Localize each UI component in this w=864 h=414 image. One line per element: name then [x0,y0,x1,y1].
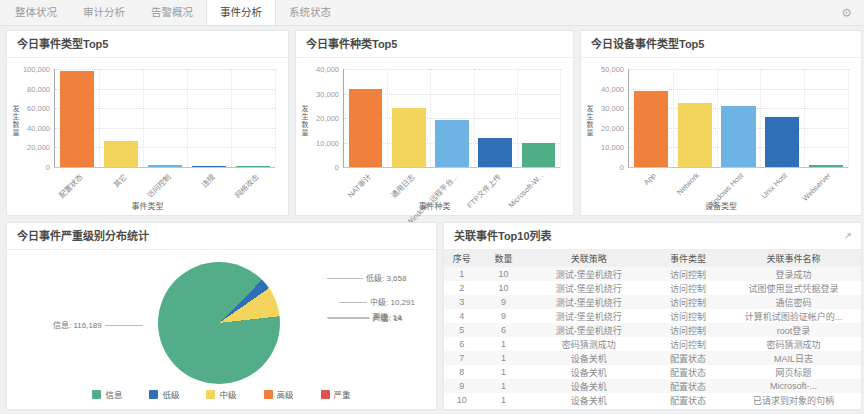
bar[interactable] [392,108,426,167]
table-cell: 配置状态 [650,351,725,365]
card-title: 今日事件种类Top5 [296,31,573,58]
column-header: 关联事件名称 [726,250,861,267]
legend-label: 中级 [219,388,236,400]
legend-swatch [321,390,330,399]
y-tick-label: 20,000 [295,114,339,123]
table-title: 关联事件Top10列表 [454,230,552,242]
card-title: 今日事件类型Top5 [7,31,288,58]
y-tick-label: 50,000 [580,65,624,74]
gridline [474,69,475,167]
column-header: 数量 [480,250,528,267]
table-cell: 10 [444,393,480,407]
bar[interactable] [478,138,512,167]
table-cell: 10 [480,267,528,281]
pie-legend: 信息低级中级高级严重 [7,388,436,400]
gridline [517,69,518,167]
bar[interactable] [60,71,94,167]
nav-tab[interactable]: 告警概况 [138,0,206,25]
bar[interactable] [765,117,799,167]
card-title: 关联事件Top10列表 ↗ [444,223,861,250]
x-axis-name: 事件类型 [7,200,288,211]
nav-tab[interactable]: 系统状态 [276,0,344,25]
y-tick-label: 20,000 [6,143,50,152]
legend-label: 信息 [105,388,122,400]
table-row: 91设备关机配置状态Microsoft-... [444,379,861,393]
y-tick-label: 10,000 [295,138,339,147]
bar[interactable] [435,120,469,167]
legend-label: 低级 [162,388,179,400]
legend-item[interactable]: 中级 [206,388,236,400]
table-cell: 8 [444,365,480,379]
table-cell: 测试-堡垒机绕行 [527,267,650,281]
y-tick-label: 0 [580,163,624,172]
legend-item[interactable]: 严重 [321,388,351,400]
table-cell: 访问控制 [650,337,725,351]
pie-label-medium: 中级: 10,291 [339,296,415,307]
gridline [560,69,561,167]
table-cell: 4 [444,309,480,323]
table-cell: 2 [444,281,480,295]
bar[interactable] [809,165,843,167]
gridline [673,69,674,167]
bar[interactable] [678,103,712,167]
nav-tab[interactable]: 整体状况 [2,0,70,25]
gridline [430,69,431,167]
bar[interactable] [721,106,755,167]
legend-label: 高级 [277,388,294,400]
table-row: 56测试-堡垒机绕行访问控制root登录 [444,323,861,337]
table-row: 61密码猜测成功访问控制密码猜测成功 [444,337,861,351]
legend-item[interactable]: 低级 [149,388,179,400]
table-cell: 10 [480,281,528,295]
x-axis-label: 网络攻击 [232,171,261,200]
bar[interactable] [349,89,383,167]
gridline [760,69,761,167]
correlated-events-table: 序号数量关联策略事件类型关联事件名称 110测试-堡垒机绕行访问控制登录成功21… [444,250,861,409]
nav-tab[interactable]: 事件分析 [206,0,276,25]
pie-chart[interactable] [158,262,280,384]
legend-label: 严重 [334,388,351,400]
bar-chart-event-type: 发生数量 020,00040,00060,00080,000100,000配置状… [7,58,288,215]
table-cell: 7 [444,351,480,365]
gridline [629,89,848,90]
pie-label-severe: 严重: 14 [328,312,402,323]
bar[interactable] [634,91,668,167]
table-cell: 网页标题 [726,365,861,379]
table-cell: 1 [480,337,528,351]
table-cell: 已请求到对象的句柄 [726,393,861,407]
gridline [848,69,849,167]
x-axis-name: 设备类型 [581,200,861,211]
gear-icon[interactable]: ⚙ [841,0,852,26]
table-cell: 访问控制 [650,323,725,337]
table-row: 101设备关机配置状态已请求到对象的句柄 [444,393,861,407]
table-cell: 通信密码 [726,295,861,309]
table-cell: 测试-堡垒机绕行 [527,309,650,323]
y-tick-label: 0 [6,163,50,172]
table-cell: 3 [444,295,480,309]
table-row: 71设备关机配置状态MAIL日志 [444,351,861,365]
bar[interactable] [522,143,556,168]
y-tick-label: 80,000 [6,84,50,93]
legend-swatch [149,390,158,399]
nav-tab[interactable]: 审计分析 [70,0,138,25]
table-cell: 访问控制 [650,295,725,309]
bar[interactable] [192,166,226,167]
legend-item[interactable]: 高级 [264,388,294,400]
plot-area: 020,00040,00060,00080,000100,000配置状态其它访问… [54,69,275,168]
table-cell: 设备关机 [527,379,650,393]
pie-label-info: 信息: 116,189 [53,319,143,330]
x-axis-label: Unix Host [759,171,788,200]
bar[interactable] [236,166,270,167]
x-axis-label: Network [675,171,701,197]
y-tick-label: 40,000 [295,65,339,74]
bar[interactable] [104,141,138,167]
legend-item[interactable]: 信息 [92,388,122,400]
x-axis-label: 违规 [198,171,216,189]
share-icon[interactable]: ↗ [844,223,852,249]
bar[interactable] [148,165,182,167]
gridline [99,69,100,167]
table-cell: 1 [480,351,528,365]
gridline [344,69,560,70]
table-cell: 配置状态 [650,379,725,393]
table-cell: 设备关机 [527,365,650,379]
table-cell: 设备关机 [527,351,650,365]
